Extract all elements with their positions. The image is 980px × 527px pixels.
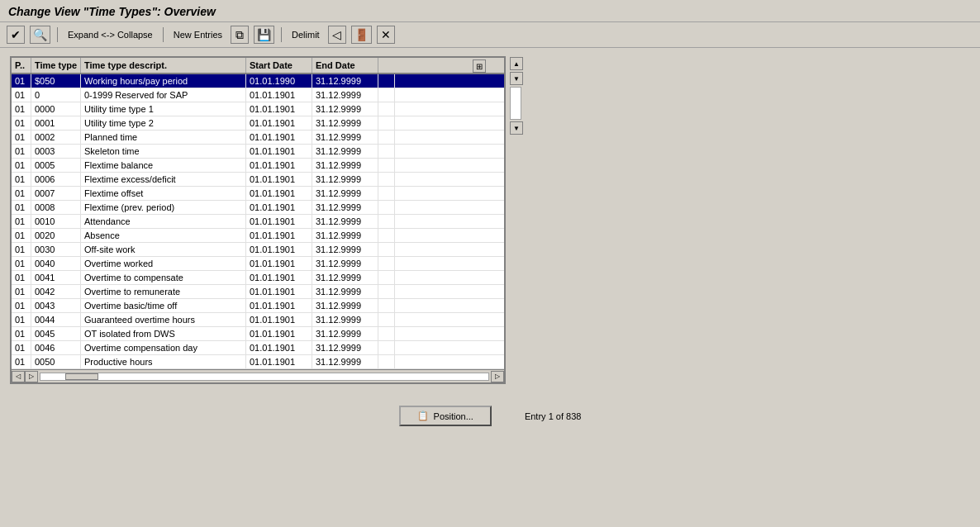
table-cell-sd: 01.01.1901 bbox=[246, 271, 312, 284]
table-body: 01$050Working hours/pay period01.01.1990… bbox=[12, 74, 504, 369]
table-cell-sd: 01.01.1901 bbox=[246, 173, 312, 186]
save-btn[interactable]: 💾 bbox=[254, 26, 274, 44]
table-cell-ed: 31.12.9999 bbox=[312, 215, 378, 228]
hscroll-left-btn[interactable]: ◁ bbox=[12, 371, 25, 382]
table-cell-sd: 01.01.1901 bbox=[246, 313, 312, 326]
table-cell-tt: 0043 bbox=[31, 299, 81, 312]
position-label: Position... bbox=[434, 411, 473, 421]
right-scrollbar[interactable]: ▲ ▼ ▼ bbox=[509, 56, 524, 135]
table-row[interactable]: 010000Utility time type 101.01.190131.12… bbox=[12, 102, 504, 116]
table-cell-tt: 0044 bbox=[31, 313, 81, 326]
table-row[interactable]: 010010Attendance01.01.190131.12.9999 bbox=[12, 215, 504, 229]
hscroll-right-btn[interactable]: ▷ bbox=[491, 371, 504, 382]
expand-collapse-btn[interactable]: Expand <-> Collapse bbox=[64, 28, 156, 41]
table-cell-desc: Working hours/pay period bbox=[81, 74, 246, 88]
table-row[interactable]: 01$050Working hours/pay period01.01.1990… bbox=[12, 74, 504, 88]
table-cell-p: 01 bbox=[12, 88, 31, 102]
table-cell-tt: 0050 bbox=[31, 355, 81, 368]
copy-btn[interactable]: ⧉ bbox=[231, 26, 249, 44]
table-cell-scroll bbox=[378, 159, 395, 172]
horizontal-scrollbar[interactable]: ◁ ▷ ▷ bbox=[12, 369, 504, 382]
table-row[interactable]: 010040Overtime worked01.01.190131.12.999… bbox=[12, 257, 504, 271]
table-row[interactable]: 010050Productive hours01.01.190131.12.99… bbox=[12, 355, 504, 369]
hscroll-right2-btn[interactable]: ▷ bbox=[25, 371, 38, 382]
table-cell-desc: Flextime offset bbox=[81, 187, 246, 200]
table-row[interactable]: 010003Skeleton time01.01.190131.12.9999 bbox=[12, 145, 504, 159]
table-row[interactable]: 0100-1999 Reserved for SAP01.01.190131.1… bbox=[12, 88, 504, 102]
table-cell-p: 01 bbox=[12, 285, 31, 298]
exit-btn[interactable]: 🚪 bbox=[351, 26, 372, 44]
col-header-timetype: Time type bbox=[31, 58, 81, 73]
table-cell-desc: 0-1999 Reserved for SAP bbox=[81, 88, 246, 102]
table-cell-sd: 01.01.1901 bbox=[246, 285, 312, 298]
table-cell-p: 01 bbox=[12, 74, 31, 88]
table-row[interactable]: 010020Absence01.01.190131.12.9999 bbox=[12, 229, 504, 243]
table-row[interactable]: 010006Flextime excess/deficit01.01.19013… bbox=[12, 173, 504, 187]
table-cell-tt: 0008 bbox=[31, 201, 81, 214]
table-cell-p: 01 bbox=[12, 271, 31, 284]
col-header-enddate: End Date bbox=[312, 58, 378, 73]
table-row[interactable]: 010005Flextime balance01.01.190131.12.99… bbox=[12, 159, 504, 173]
table-cell-tt: 0010 bbox=[31, 215, 81, 228]
hscroll-thumb[interactable] bbox=[65, 373, 98, 380]
new-entries-btn[interactable]: New Entries bbox=[170, 28, 226, 41]
hscroll-track[interactable] bbox=[40, 373, 489, 381]
table-cell-tt: 0002 bbox=[31, 131, 81, 144]
table-cell-scroll bbox=[378, 201, 395, 214]
table-cell-sd: 01.01.1901 bbox=[246, 229, 312, 242]
table-cell-desc: Planned time bbox=[81, 131, 246, 144]
table-row[interactable]: 010043Overtime basic/time off01.01.19013… bbox=[12, 299, 504, 313]
table-row[interactable]: 010008Flextime (prev. period)01.01.19013… bbox=[12, 201, 504, 215]
resize-icon[interactable]: ⊞ bbox=[473, 59, 486, 73]
table-row[interactable]: 010045OT isolated from DWS01.01.190131.1… bbox=[12, 327, 504, 341]
table-cell-scroll bbox=[378, 116, 395, 130]
table-cell-sd: 01.01.1901 bbox=[246, 116, 312, 130]
table-cell-p: 01 bbox=[12, 229, 31, 242]
table-cell-p: 01 bbox=[12, 215, 31, 228]
delimit-btn[interactable]: Delimit bbox=[288, 28, 323, 41]
table-cell-tt: 0020 bbox=[31, 229, 81, 242]
title-bar: Change View "Time Types": Overview bbox=[0, 0, 980, 22]
table-cell-tt: 0001 bbox=[31, 116, 81, 130]
table-cell-desc: Skeleton time bbox=[81, 145, 246, 158]
position-button[interactable]: 📋 Position... bbox=[399, 406, 492, 426]
table-row[interactable]: 010007Flextime offset01.01.190131.12.999… bbox=[12, 187, 504, 201]
table-row[interactable]: 010001Utility time type 201.01.190131.12… bbox=[12, 116, 504, 131]
table-cell-tt: 0005 bbox=[31, 159, 81, 172]
table-cell-tt: 0006 bbox=[31, 173, 81, 186]
table-cell-sd: 01.01.1901 bbox=[246, 299, 312, 312]
separator-1 bbox=[57, 27, 58, 42]
table-cell-scroll bbox=[378, 243, 395, 256]
table-row[interactable]: 010042Overtime to remunerate01.01.190131… bbox=[12, 285, 504, 299]
scroll-page-down-btn[interactable]: ▼ bbox=[510, 121, 523, 135]
col-header-scroll bbox=[378, 58, 395, 73]
table-cell-desc: Flextime (prev. period) bbox=[81, 201, 246, 214]
table-cell-desc: Flextime excess/deficit bbox=[81, 173, 246, 186]
table-row[interactable]: 010046Overtime compensation day01.01.190… bbox=[12, 341, 504, 355]
table-cell-ed: 31.12.9999 bbox=[312, 201, 378, 214]
table-row[interactable]: 010030Off-site work01.01.190131.12.9999 bbox=[12, 243, 504, 257]
check-btn[interactable]: ✔ bbox=[7, 26, 25, 44]
table-cell-p: 01 bbox=[12, 131, 31, 144]
table-row[interactable]: 010041Overtime to compensate01.01.190131… bbox=[12, 271, 504, 285]
scroll-down-btn[interactable]: ▼ bbox=[510, 72, 523, 85]
table-cell-scroll bbox=[378, 187, 395, 200]
table-cell-ed: 31.12.9999 bbox=[312, 131, 378, 144]
copy-icon: ⧉ bbox=[235, 29, 244, 40]
back-btn[interactable]: ◁ bbox=[328, 26, 346, 44]
scroll-track bbox=[510, 87, 521, 120]
table-cell-tt: 0041 bbox=[31, 271, 81, 284]
table-cell-scroll bbox=[378, 313, 395, 326]
table-cell-scroll bbox=[378, 102, 395, 116]
table-row[interactable]: 010044Guaranteed overtime hours01.01.190… bbox=[12, 313, 504, 327]
table-cell-desc: Flextime balance bbox=[81, 159, 246, 172]
document-btn[interactable]: 🔍 bbox=[30, 26, 50, 44]
table-cell-sd: 01.01.1901 bbox=[246, 215, 312, 228]
save-icon: 💾 bbox=[257, 29, 271, 40]
table-cell-desc: Productive hours bbox=[81, 355, 246, 368]
table-cell-scroll bbox=[378, 355, 395, 368]
table-cell-p: 01 bbox=[12, 341, 31, 354]
cancel-btn[interactable]: ✕ bbox=[377, 26, 395, 44]
table-row[interactable]: 010002Planned time01.01.190131.12.9999 bbox=[12, 131, 504, 145]
scroll-up-btn[interactable]: ▲ bbox=[510, 57, 523, 70]
